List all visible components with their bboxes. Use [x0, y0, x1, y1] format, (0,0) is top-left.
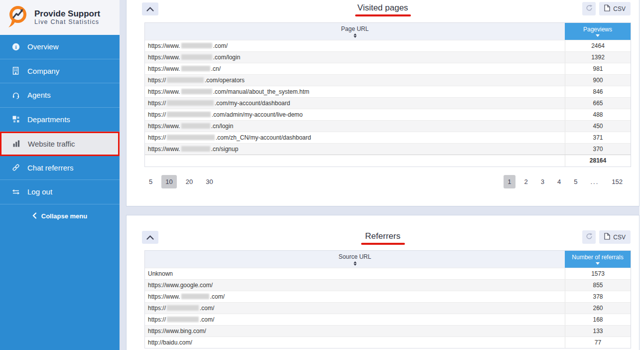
sort-both-icon: [354, 33, 357, 38]
collapse-panel-button[interactable]: [142, 231, 158, 244]
sidebar-item-label: Agents: [27, 91, 51, 99]
building-icon: [11, 67, 20, 75]
headset-icon: [11, 91, 20, 99]
brand-tagline: Live Chat Statistics: [34, 18, 100, 25]
sidebar-item-departments[interactable]: Departments: [0, 108, 120, 132]
source-url-column-header[interactable]: Source URL: [145, 251, 565, 268]
squares-icon: [11, 115, 20, 124]
sidebar-item-overview[interactable]: i Overview: [0, 35, 120, 59]
sidebar-item-log-out[interactable]: Log out: [0, 180, 120, 204]
sidebar-item-website-traffic[interactable]: Website traffic: [0, 132, 120, 156]
sidebar-item-company[interactable]: Company: [0, 59, 120, 84]
main-content: Visited pages CSV Page URL: [120, 0, 644, 350]
panel-gap: [120, 206, 640, 215]
value-cell: 168: [565, 314, 631, 325]
panel-title: Referrers: [127, 231, 639, 241]
redacted-text: [167, 100, 214, 106]
table-row: https://www..com/378: [145, 291, 631, 302]
pagination-bar: 5102030 12345...152: [127, 173, 639, 193]
table-row: https://.com/operators900: [145, 74, 631, 86]
url-cell: https://.com/operators: [145, 75, 565, 86]
bar-chart-icon: [12, 140, 20, 148]
table-row: https://www.bing.com/133: [145, 325, 631, 337]
redacted-text: [181, 89, 212, 94]
sidebar-item-chat-referrers[interactable]: Chat referrers: [0, 156, 120, 180]
value-cell: 981: [565, 63, 631, 74]
table-row: https://www..cn/981: [145, 63, 631, 74]
visited-pages-table: Page URL Pageviews https://www..com/2464…: [144, 22, 631, 167]
url-cell: https://www..com/: [145, 291, 565, 302]
page-number-button[interactable]: 4: [553, 175, 565, 188]
chevron-up-icon: [146, 233, 154, 242]
table-row: https://www..com/login1392: [145, 51, 631, 63]
url-cell: https://.com/my-account/dashboard: [145, 98, 565, 109]
url-cell: https://www.bing.com/: [145, 326, 565, 337]
sidebar-item-label: Log out: [27, 187, 52, 196]
sidebar: Provide Support Live Chat Statistics i O…: [0, 0, 120, 350]
page-number-button[interactable]: 1: [504, 175, 515, 188]
chevron-up-icon: [146, 4, 154, 13]
table-row: https://www.google.com/855: [145, 279, 631, 291]
table-row: https://.com/admin/my-account/live-demo4…: [145, 109, 631, 120]
refresh-button[interactable]: [582, 2, 596, 15]
total-value-cell: 28164: [565, 155, 631, 167]
visited-table-body: https://www..com/2464https://www..com/lo…: [145, 40, 631, 155]
refresh-icon: [586, 233, 593, 241]
referrals-column-header[interactable]: Number of referrals: [565, 251, 631, 268]
table-row: https://www..cn/signup370: [145, 143, 631, 155]
page-size-option[interactable]: 5: [145, 175, 156, 188]
csv-export-button[interactable]: CSV: [599, 2, 631, 15]
page-size-option[interactable]: 20: [182, 175, 197, 188]
url-cell: https://www..com/login: [145, 52, 565, 63]
page-url-column-header[interactable]: Page URL: [145, 23, 565, 40]
svg-text:i: i: [15, 44, 16, 50]
value-cell: 450: [565, 121, 631, 132]
page-size-option[interactable]: 10: [161, 175, 176, 188]
page-number-button[interactable]: 3: [537, 175, 548, 188]
collapse-panel-button[interactable]: [142, 2, 158, 15]
url-cell: https://.com/admin/my-account/live-demo: [145, 109, 565, 120]
url-cell: https://www..cn/login: [145, 121, 565, 132]
csv-export-button[interactable]: CSV: [599, 230, 631, 244]
url-cell: https://www..com/manual/about_the_system…: [145, 86, 565, 97]
collapse-menu-button[interactable]: Collapse menu: [0, 204, 120, 228]
value-cell: 133: [565, 326, 631, 337]
refresh-button[interactable]: [582, 230, 596, 244]
page-number-button[interactable]: 152: [608, 175, 627, 188]
value-cell: 1573: [565, 268, 631, 279]
page-number-button[interactable]: 5: [570, 175, 581, 188]
value-cell: 1392: [565, 52, 631, 63]
value-cell: 488: [565, 109, 631, 120]
redacted-text: [167, 317, 199, 322]
table-row: https://.com/260: [145, 302, 631, 314]
pagination-ellipsis: ...: [586, 175, 603, 188]
brand-name: Provide Support: [34, 9, 100, 19]
url-cell: http://baidu.com/: [145, 337, 565, 348]
url-cell: Unknown: [145, 268, 565, 279]
visited-pages-panel: Visited pages CSV Page URL: [126, 0, 640, 206]
table-row: http://baidu.com/77: [145, 337, 631, 348]
link-icon: [11, 164, 20, 172]
refresh-icon: [586, 4, 593, 13]
referrers-table-body: Unknown1573https://www.google.com/855htt…: [145, 268, 631, 348]
sidebar-item-label: Chat referrers: [27, 164, 74, 172]
value-cell: 855: [565, 280, 631, 291]
table-row: https://www..com/manual/about_the_system…: [145, 86, 631, 97]
url-cell: https://www..cn/: [145, 63, 565, 74]
redacted-text: [181, 54, 212, 60]
url-cell: https://.com/: [145, 303, 565, 314]
value-cell: 260: [565, 303, 631, 314]
page-number-button[interactable]: 2: [520, 175, 532, 188]
value-cell: 77: [565, 337, 631, 348]
csv-button-label: CSV: [613, 234, 626, 241]
csv-button-label: CSV: [613, 5, 626, 12]
table-row: https://.com/zh_CN/my-account/dashboard3…: [145, 132, 631, 143]
sidebar-item-agents[interactable]: Agents: [0, 83, 120, 108]
table-row: Unknown1573: [145, 268, 631, 279]
url-cell: https://.com/: [145, 314, 565, 325]
redacted-text: [167, 77, 204, 83]
sidebar-item-label: Departments: [27, 115, 70, 124]
pageviews-column-header[interactable]: Pageviews: [565, 23, 631, 40]
page-size-option[interactable]: 30: [202, 175, 217, 188]
table-row: https://www..cn/login450: [145, 120, 631, 132]
